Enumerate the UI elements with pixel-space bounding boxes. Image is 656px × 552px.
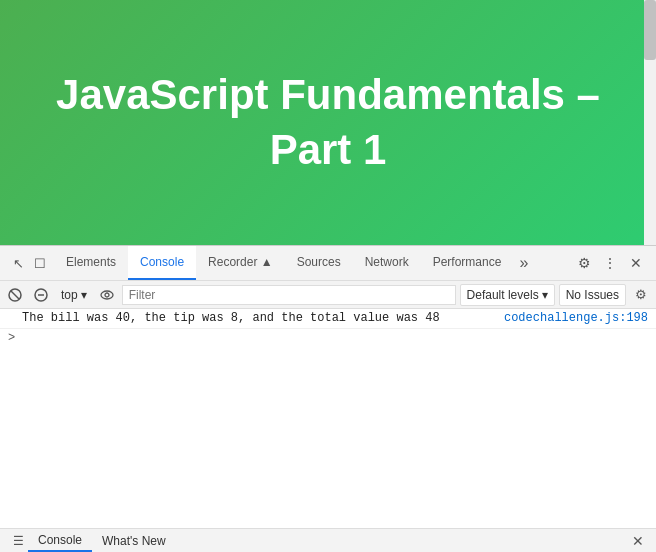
top-context-selector[interactable]: top ▾ [56,284,92,306]
clear-console-button[interactable] [4,284,26,306]
tab-recorder[interactable]: Recorder ▲ [196,246,285,280]
filter-input[interactable] [122,285,456,305]
tab-console[interactable]: Console [128,246,196,280]
svg-point-4 [101,291,113,299]
console-output: The bill was 40, the tip was 8, and the … [0,309,656,552]
default-levels-label: Default levels [467,288,539,302]
console-log-line: The bill was 40, the tip was 8, and the … [0,309,656,329]
hero-title: JavaScript Fundamentals – Part 1 [0,68,656,177]
svg-point-5 [105,293,109,297]
hero-section: JavaScript Fundamentals – Part 1 [0,0,656,245]
console-toolbar: top ▾ Default levels ▾ No Issues ⚙ [0,281,656,309]
no-issues-button[interactable]: No Issues [559,284,626,306]
more-tabs-button[interactable]: » [513,254,534,272]
console-prompt-line: > [0,329,656,347]
tab-sources[interactable]: Sources [285,246,353,280]
console-caret: > [8,331,15,345]
statusbar-close-button[interactable]: ✕ [628,531,648,551]
top-context-arrow: ▾ [81,288,87,302]
stop-recording-button[interactable] [30,284,52,306]
close-icon[interactable]: ✕ [624,251,648,275]
eye-icon[interactable] [96,284,118,306]
top-context-label: top [61,288,78,302]
tab-network[interactable]: Network [353,246,421,280]
tab-elements[interactable]: Elements [54,246,128,280]
devtools-tabbar: ↖ ☐ Elements Console Recorder ▲ Sources … [0,246,656,281]
default-levels-arrow: ▾ [542,288,548,302]
more-icon[interactable]: ⋮ [598,251,622,275]
cursor-icon[interactable]: ↖ [10,255,26,271]
statusbar-tab-console[interactable]: Console [28,529,92,552]
devtools-actions: ⚙ ⋮ ✕ [568,251,652,275]
statusbar: ☰ Console What's New ✕ [0,528,656,552]
svg-line-1 [11,291,19,299]
default-levels-dropdown[interactable]: Default levels ▾ [460,284,555,306]
statusbar-tab-whats-new[interactable]: What's New [92,529,176,552]
statusbar-menu-icon[interactable]: ☰ [8,531,28,551]
settings-icon[interactable]: ⚙ [572,251,596,275]
tab-performance[interactable]: Performance [421,246,514,280]
devtools-tabs: Elements Console Recorder ▲ Sources Netw… [54,246,568,280]
devtools-panel: ↖ ☐ Elements Console Recorder ▲ Sources … [0,245,656,552]
console-log-text: The bill was 40, the tip was 8, and the … [22,311,440,325]
scrollbar-track [644,0,656,245]
console-log-source[interactable]: codechallenge.js:198 [504,311,648,325]
devtools-tab-icons: ↖ ☐ [4,255,54,271]
scrollbar-thumb[interactable] [644,0,656,60]
device-toggle-icon[interactable]: ☐ [32,255,48,271]
console-settings-icon[interactable]: ⚙ [630,284,652,306]
